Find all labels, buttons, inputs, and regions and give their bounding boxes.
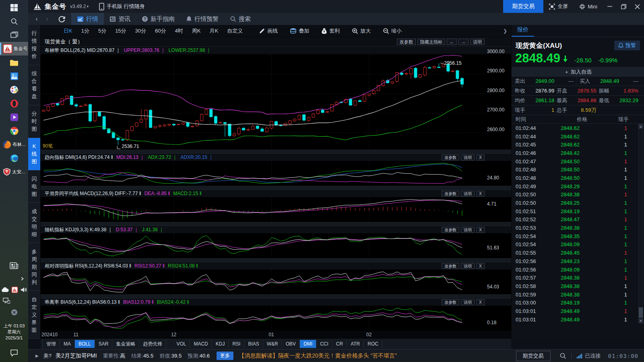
chart-button-说明[interactable]: 说明 <box>470 39 485 45</box>
taskbar-file-explorer[interactable] <box>0 56 28 69</box>
more-button[interactable]: 更多 <box>217 352 233 360</box>
main-candlestick-chart[interactable]: 3000.002900.002800.002700.002600.002956.… <box>41 54 511 150</box>
pane-separator[interactable] <box>41 222 511 226</box>
taskbar-jijinhao-active[interactable]: 集金号 <box>0 42 28 56</box>
sidebar-item-自定义界面[interactable]: 自定义界面 <box>28 291 40 339</box>
taskbar-opera[interactable] <box>0 97 28 110</box>
tick-row[interactable]: 01:02:472848.501 <box>512 157 644 166</box>
indicator-tab-RSI[interactable]: RSI <box>229 340 244 348</box>
tool-套利[interactable]: ¥套利 <box>315 27 346 35</box>
indicator-tab-CR[interactable]: CR <box>332 340 347 348</box>
nav-back-button[interactable]: ‹ <box>31 15 42 23</box>
tick-row[interactable]: 01:02:482848.501 <box>512 165 644 174</box>
alert-button[interactable]: 预警 <box>614 41 640 50</box>
tool-缩小[interactable]: 缩小 <box>377 27 408 35</box>
nav-tab-资讯[interactable]: 资讯 <box>104 13 136 25</box>
nav-tab-搜索[interactable]: 搜索 <box>224 13 256 25</box>
kdj-button-说明[interactable]: 说明 <box>461 227 475 233</box>
tick-row[interactable]: 01:02:502848.251 <box>512 199 644 207</box>
pane-separator[interactable] <box>41 150 511 154</box>
taskbar-media-player[interactable] <box>0 110 28 124</box>
tick-row[interactable]: 01:02:542848.091 <box>512 241 644 249</box>
dmi-button-X[interactable]: X <box>476 154 485 160</box>
indicator-tab-OBV[interactable]: OBV <box>282 340 300 348</box>
period-月K[interactable]: 月K <box>205 27 223 35</box>
taskbar-task-view[interactable] <box>0 28 28 42</box>
toolbar-more-arrow[interactable]: ❯ <box>503 28 511 34</box>
period-15分[interactable]: 15分 <box>111 27 130 35</box>
statusbar-search-icon[interactable] <box>559 352 566 359</box>
macd-button-说明[interactable]: 说明 <box>461 191 475 197</box>
nav-tab-新手指南[interactable]: ?新手指南 <box>136 13 180 25</box>
tick-row[interactable]: 01:02:532848.381 <box>512 224 644 232</box>
tick-row[interactable]: 01:02:462848.421 <box>512 149 644 157</box>
indicator-tab-BIAS[interactable]: BIAS <box>244 340 263 348</box>
taskbar-windows-start[interactable] <box>0 1 28 14</box>
tick-row[interactable]: 01:02:522848.471 <box>512 216 644 224</box>
indicator-tab-CCI[interactable]: CCI <box>316 340 332 348</box>
tray-chat-icon[interactable] <box>10 349 18 357</box>
dmi-chart[interactable]: 24.80 <box>41 161 511 186</box>
tray-volume-icon[interactable] <box>21 287 27 293</box>
sidebar-item-成交明细[interactable]: 成交明细 <box>28 203 40 243</box>
chart-button-改参数[interactable]: 改参数 <box>397 39 416 45</box>
taskbar-taian[interactable]: 太安... <box>0 165 28 179</box>
rsi-button-改参数[interactable]: 改参数 <box>442 263 459 269</box>
tray-news-icon[interactable] <box>10 262 19 270</box>
scroll-down-arrow[interactable]: ▼ <box>639 319 643 323</box>
chart-button-←[interactable]: ← <box>447 39 457 45</box>
sidebar-item-K线图[interactable]: K线图 <box>28 138 40 171</box>
sidebar-item-多周期同列[interactable]: 多周期同列 <box>28 243 40 291</box>
tool-画线[interactable]: 画线 <box>253 27 284 35</box>
tool-放大[interactable]: 放大 <box>346 27 377 35</box>
indicator-tab-BOLL[interactable]: BOLL <box>75 340 95 348</box>
period-日K[interactable]: 日K <box>59 27 77 35</box>
tick-row[interactable]: 01:02:482848.501 <box>512 174 644 182</box>
bias-button-改参数[interactable]: 改参数 <box>442 299 459 305</box>
add-to-watchlist-button[interactable]: ＋ 加入自选 <box>512 67 644 76</box>
scrollbar-thumb[interactable] <box>639 307 643 318</box>
minimize-button[interactable] <box>603 0 617 13</box>
period-5分[interactable]: 5分 <box>94 27 111 35</box>
pane-separator[interactable] <box>41 258 511 262</box>
tick-row[interactable]: 01:02:582848.381 <box>512 282 644 290</box>
period-1分[interactable]: 1分 <box>77 27 94 35</box>
dmi-button-说明[interactable]: 说明 <box>461 154 475 160</box>
period-60分[interactable]: 60分 <box>151 27 170 35</box>
tick-row[interactable]: 01:02:562848.091 <box>512 265 644 274</box>
indicator-tab-MACD[interactable]: MACD <box>190 340 212 348</box>
tick-row[interactable]: 01:02:442848.621 <box>512 132 644 141</box>
sidebar-item-综合看盘[interactable]: 综合看盘 <box>28 65 40 105</box>
nav-tab-行情预警[interactable]: 行情预警 <box>180 13 224 25</box>
chart-button-隐藏主指标[interactable]: 隐藏主指标 <box>417 39 445 45</box>
tick-row[interactable]: 01:02:512848.191 <box>512 207 644 216</box>
indicator-tab-DMI[interactable]: DMI <box>300 340 316 348</box>
indicator-tab-W&R[interactable]: W&R <box>263 340 282 348</box>
taskbar-photos[interactable] <box>0 69 28 83</box>
statusbar-futures-button[interactable]: 期货交易 <box>516 351 551 361</box>
tick-row[interactable]: 01:02:552848.451 <box>512 249 644 257</box>
scroll-up-arrow[interactable]: ▲ <box>639 124 643 129</box>
kdj-button-X[interactable]: X <box>476 227 485 233</box>
macd-button-改参数[interactable]: 改参数 <box>442 191 459 197</box>
indicator-tab-集金策略[interactable]: 集金策略 <box>112 339 139 349</box>
dmi-button-改参数[interactable]: 改参数 <box>442 154 459 160</box>
period-自定义[interactable]: 自定义 <box>223 27 247 35</box>
tick-row[interactable]: 01:03:012848.491 <box>512 307 644 315</box>
tick-row[interactable]: 01:03:002848.191 <box>512 298 644 307</box>
bias-button-说明[interactable]: 说明 <box>461 299 475 305</box>
tray-cloud-icon[interactable] <box>1 287 9 292</box>
bias-chart[interactable]: 0.18 <box>41 306 511 331</box>
tick-row[interactable]: 01:02:442848.621 <box>512 124 644 132</box>
tray-chevron-up-icon[interactable] <box>19 276 25 282</box>
futures-trade-button[interactable]: 期货交易 <box>503 0 543 13</box>
pane-separator[interactable] <box>41 294 511 298</box>
rsi-chart[interactable]: 54.03 <box>41 269 511 294</box>
nav-forward-button[interactable]: › <box>42 15 52 23</box>
indicator-tab-ATR[interactable]: ATR <box>347 340 364 348</box>
period-周K[interactable]: 周K <box>188 27 205 35</box>
taskbar-chrome[interactable] <box>0 124 28 138</box>
bias-button-X[interactable]: X <box>476 299 485 305</box>
mini-mode-button[interactable]: Mini <box>574 0 603 13</box>
sidebar-item-分时图[interactable]: 分时图 <box>28 105 40 138</box>
